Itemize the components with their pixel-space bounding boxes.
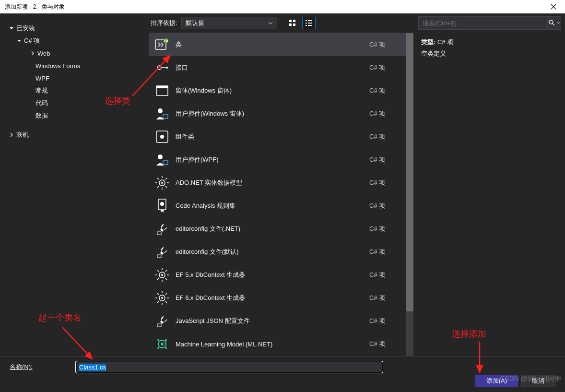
template-name: EF 5.x DbContext 生成器 <box>176 271 369 279</box>
template-name: 用户控件(WPF) <box>176 155 369 164</box>
chevron-right-icon <box>9 132 14 138</box>
template-tag: C# 项 <box>369 202 408 210</box>
template-name: 组件类 <box>176 132 369 141</box>
view-medium-icons-button[interactable] <box>286 17 299 29</box>
template-row[interactable]: EF 5.x DbContext 生成器C# 项 <box>149 263 413 286</box>
svg-point-20 <box>160 135 164 139</box>
template-row[interactable]: 组件类C# 项 <box>149 125 413 148</box>
template-name: editorconfig 文件(.NET) <box>176 225 369 233</box>
svg-rect-8 <box>306 25 307 26</box>
tree-general[interactable]: 常规 <box>6 84 144 97</box>
template-icon <box>152 80 173 101</box>
svg-rect-4 <box>306 20 307 21</box>
template-list: C#类C# 项接口C# 项窗体(Windows 窗体)C# 项用户控件(Wind… <box>149 33 413 356</box>
svg-rect-1 <box>293 20 295 22</box>
template-name: editorconfig 文件(默认) <box>176 248 369 256</box>
tree-label: 常规 <box>35 86 48 95</box>
template-icon <box>152 287 173 309</box>
template-icon <box>152 333 173 355</box>
close-button[interactable] <box>544 0 563 13</box>
search-input[interactable] <box>419 20 547 27</box>
tree-data[interactable]: 数据 <box>6 109 144 122</box>
template-row[interactable]: 窗体(Windows 窗体)C# 项 <box>149 79 413 102</box>
template-icon <box>152 264 173 285</box>
svg-rect-16 <box>156 86 168 88</box>
template-tag: C# 项 <box>369 86 408 95</box>
template-row[interactable]: 接口C# 项 <box>149 56 413 79</box>
tree-wpf[interactable]: WPF <box>6 72 144 84</box>
svg-point-32 <box>161 297 163 299</box>
toolbar: 排序依据: 默认值 <box>148 13 414 33</box>
svg-point-24 <box>161 182 163 184</box>
template-name: 接口 <box>176 63 369 72</box>
title-bar: 添加新项 - 2、类与对象 <box>0 0 565 13</box>
svg-point-21 <box>158 154 163 159</box>
template-row[interactable]: 用户控件(WPF)C# 项 <box>149 148 413 171</box>
sort-select[interactable]: 默认值 <box>181 17 277 29</box>
template-row[interactable]: ADO.NET 实体数据模型C# 项 <box>149 171 413 194</box>
tree-web[interactable]: Web <box>6 47 144 59</box>
svg-point-17 <box>158 108 163 113</box>
scrollbar-track[interactable] <box>406 33 413 356</box>
svg-rect-3 <box>293 24 295 26</box>
svg-point-37 <box>165 339 167 341</box>
chevron-down-icon <box>268 22 273 24</box>
tree-csharp[interactable]: C# 项 <box>6 35 144 47</box>
svg-point-40 <box>549 20 553 24</box>
template-row[interactable]: Machine Learning Model (ML.NET)C# 项 <box>149 333 413 356</box>
svg-point-26 <box>160 202 164 206</box>
sort-value: 默认值 <box>186 19 204 27</box>
svg-point-30 <box>161 274 163 276</box>
tree-winforms[interactable]: Windows Forms <box>6 59 144 72</box>
tree-label: C# 项 <box>24 36 40 45</box>
template-icon <box>152 218 173 239</box>
template-name: 类 <box>176 40 369 49</box>
svg-point-39 <box>165 347 167 349</box>
template-name: 窗体(Windows 窗体) <box>176 86 369 95</box>
template-icon <box>152 57 173 78</box>
window-title: 添加新项 - 2、类与对象 <box>5 3 65 11</box>
watermark: CSDN @郭贝贝同学 <box>500 375 561 383</box>
template-row[interactable]: C#类C# 项 <box>149 33 413 56</box>
category-tree: 已安装 C# 项 Web Windows Forms WPF 常规 代码 数据 … <box>0 13 148 356</box>
template-tag: C# 项 <box>369 178 408 187</box>
view-list-button[interactable] <box>302 17 316 29</box>
svg-rect-0 <box>289 20 292 22</box>
tree-label: Windows Forms <box>35 62 80 70</box>
svg-rect-9 <box>308 25 312 26</box>
search-button[interactable] <box>547 17 561 29</box>
sort-label: 排序依据: <box>151 19 177 27</box>
template-name: 用户控件(Windows 窗体) <box>176 109 369 118</box>
tree-label: Web <box>37 50 50 57</box>
svg-rect-18 <box>163 115 168 119</box>
template-icon <box>152 149 173 170</box>
template-info: 类型: C# 项 空类定义 <box>418 36 561 60</box>
svg-rect-27 <box>157 232 161 235</box>
tree-online[interactable]: 联机 <box>6 129 144 141</box>
search-icon <box>548 19 556 27</box>
template-name: ADO.NET 实体数据模型 <box>176 178 369 187</box>
name-input[interactable] <box>76 361 383 373</box>
svg-rect-28 <box>157 255 161 258</box>
template-icon <box>152 126 173 147</box>
template-row[interactable]: JavaScript JSON 配置文件C# 项 <box>149 309 413 333</box>
template-row[interactable]: editorconfig 文件(默认)C# 项 <box>149 240 413 263</box>
svg-rect-7 <box>308 23 312 24</box>
scrollbar-thumb[interactable] <box>406 33 413 311</box>
template-tag: C# 项 <box>369 109 408 118</box>
svg-rect-22 <box>163 161 168 165</box>
tree-code[interactable]: 代码 <box>6 97 144 109</box>
template-row[interactable]: editorconfig 文件(.NET)C# 项 <box>149 217 413 240</box>
tree-installed[interactable]: 已安装 <box>6 22 144 35</box>
search-box[interactable] <box>418 16 561 30</box>
svg-rect-2 <box>289 24 292 26</box>
chevron-down-icon <box>16 38 22 44</box>
template-icon <box>152 310 173 332</box>
template-tag: C# 项 <box>369 294 408 302</box>
template-tag: C# 项 <box>369 132 408 141</box>
template-row[interactable]: EF 6.x DbContext 生成器C# 项 <box>149 286 413 309</box>
template-row[interactable]: 用户控件(Windows 窗体)C# 项 <box>149 102 413 125</box>
svg-rect-6 <box>306 23 307 24</box>
template-row[interactable]: Code Analysis 规则集C# 项 <box>149 194 413 217</box>
type-label: 类型: <box>421 38 436 46</box>
